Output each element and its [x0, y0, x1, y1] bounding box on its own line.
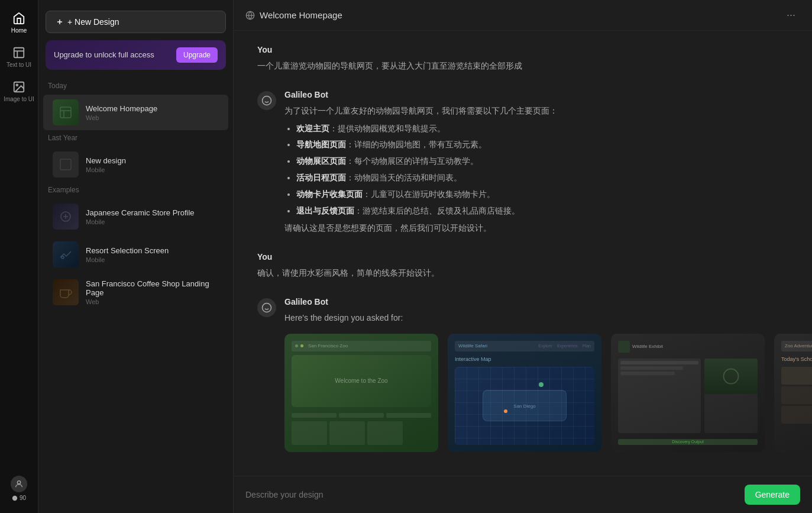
- bot-content-1: Galileo Bot 为了设计一个儿童友好的动物园导航网页，我们将需要以下几个…: [284, 90, 788, 235]
- project-info-welcome: Welcome Homepage Web: [86, 104, 219, 121]
- header-page-title: Welcome Homepage: [260, 10, 342, 20]
- project-thumb-new: [53, 151, 79, 178]
- project-info-new-design: New design Mobile: [86, 156, 219, 173]
- project-info-coffee: San Francisco Coffee Shop Landing Page W…: [86, 279, 219, 305]
- design-card-4[interactable]: Zoo Adventures Explore Today's Scho...: [774, 334, 812, 452]
- upgrade-button[interactable]: Upgrade: [176, 47, 218, 63]
- project-type-new-design: Mobile: [86, 166, 219, 173]
- home-icon: [12, 12, 25, 25]
- sidebar-item-image-to-ui[interactable]: Image to UI: [0, 75, 38, 109]
- project-type-welcome: Web: [86, 114, 219, 121]
- bot-text-2: Here's the design you asked for:: [284, 311, 812, 325]
- design-card-2[interactable]: Wildlife Safari ExploreExperiencePlan In…: [448, 334, 601, 452]
- upgrade-text: Upgrade to unlock full access: [54, 50, 154, 60]
- project-name-new-design: New design: [86, 156, 219, 165]
- bot-message-1: Galileo Bot 为了设计一个儿童友好的动物园导航网页，我们将需要以下几个…: [257, 90, 788, 235]
- plus-icon: [56, 18, 64, 26]
- project-thumb-welcome: [53, 99, 79, 125]
- upgrade-banner: Upgrade to unlock full access Upgrade: [46, 40, 226, 70]
- project-thumb-coffee: [53, 279, 79, 305]
- main-content: Welcome Homepage ··· You 一个儿童游览动物园的导航网页，…: [234, 0, 812, 513]
- new-design-button[interactable]: + New Design: [46, 11, 226, 33]
- avatar[interactable]: [11, 476, 27, 492]
- user-message-2: You 确认，请使用水彩画风格，简单的线条开始设计。: [257, 252, 788, 280]
- bot-avatar-2: [257, 298, 276, 317]
- user-text-1: 一个儿童游览动物园的导航网页，要从进入大门直至游览结束的全部形成: [257, 59, 788, 73]
- more-options-button[interactable]: ···: [782, 7, 800, 24]
- image-to-ui-icon: [12, 80, 25, 93]
- project-name-coffee: San Francisco Coffee Shop Landing Page: [86, 279, 219, 297]
- bot-icon-1: [261, 95, 272, 106]
- bot-content-2: Galileo Bot Here's the design you asked …: [284, 297, 812, 454]
- image-to-ui-label: Image to UI: [4, 96, 34, 103]
- user-sender-1: You: [257, 45, 788, 54]
- svg-rect-10: [60, 159, 71, 170]
- svg-point-4: [16, 84, 18, 86]
- bot-icon-2: [261, 302, 272, 313]
- new-design-label: + New Design: [67, 17, 119, 27]
- credits-count: 90: [20, 495, 26, 501]
- user-sender-2: You: [257, 252, 788, 262]
- svg-point-12: [62, 256, 64, 259]
- today-section-label: Today: [38, 79, 233, 93]
- globe-icon: [245, 11, 255, 20]
- project-item-resort[interactable]: Resort Selection Screen Mobile: [43, 237, 228, 272]
- project-item-welcome-homepage[interactable]: Welcome Homepage Web: [43, 95, 228, 130]
- sidebar-item-home[interactable]: Home: [0, 6, 38, 40]
- project-name-japanese: Japanese Ceramic Store Profile: [86, 208, 219, 217]
- bot-message-2: Galileo Bot Here's the design you asked …: [257, 297, 788, 454]
- project-item-new-design[interactable]: New design Mobile: [43, 147, 228, 182]
- credits-badge: 90: [12, 495, 26, 501]
- main-header: Welcome Homepage ···: [234, 0, 812, 31]
- project-type-coffee: Web: [86, 298, 219, 305]
- header-title: Welcome Homepage: [245, 10, 342, 20]
- project-info-resort: Resort Selection Screen Mobile: [86, 246, 219, 263]
- design-card-1[interactable]: San Francisco Zoo Welcome to the Zoo: [284, 334, 438, 452]
- project-type-resort: Mobile: [86, 256, 219, 263]
- user-message-1: You 一个儿童游览动物园的导航网页，要从进入大门直至游览结束的全部形成: [257, 45, 788, 73]
- examples-section-label: Examples: [38, 183, 233, 198]
- design-card-3[interactable]: Wildlife Exhibit: [611, 334, 765, 452]
- bot-text-1: 为了设计一个儿童友好的动物园导航网页，我们将需要以下几个主要页面： 欢迎主页：提…: [284, 104, 788, 235]
- project-thumb-resort: [53, 241, 79, 267]
- input-area: Generate: [234, 476, 812, 513]
- bot-name-2: Galileo Bot: [284, 297, 812, 306]
- project-name-resort: Resort Selection Screen: [86, 246, 219, 255]
- generate-button[interactable]: Generate: [745, 485, 800, 505]
- home-label: Home: [11, 27, 27, 34]
- project-type-japanese: Mobile: [86, 218, 219, 225]
- text-to-ui-icon: [12, 46, 25, 59]
- bot-name-1: Galileo Bot: [284, 90, 788, 99]
- svg-rect-0: [14, 48, 24, 58]
- bot-avatar-1: [257, 91, 276, 110]
- chat-area: You 一个儿童游览动物园的导航网页，要从进入大门直至游览结束的全部形成 Gal…: [234, 31, 812, 476]
- icon-bar-bottom: 90: [7, 470, 31, 507]
- svg-point-5: [17, 481, 20, 484]
- project-thumb-japanese: [53, 204, 79, 230]
- project-item-coffee[interactable]: San Francisco Coffee Shop Landing Page W…: [43, 275, 228, 310]
- svg-rect-9: [60, 107, 71, 118]
- project-name-welcome: Welcome Homepage: [86, 104, 219, 113]
- icon-bar: Home Text to UI Image to UI 90: [0, 0, 38, 513]
- sidebar-item-text-to-ui[interactable]: Text to UI: [0, 40, 38, 75]
- last-year-section-label: Last Year: [38, 131, 233, 146]
- project-item-japanese[interactable]: Japanese Ceramic Store Profile Mobile: [43, 199, 228, 234]
- design-input[interactable]: [245, 490, 737, 499]
- project-info-japanese: Japanese Ceramic Store Profile Mobile: [86, 208, 219, 225]
- svg-point-6: [12, 495, 17, 500]
- design-cards-container: San Francisco Zoo Welcome to the Zoo: [284, 334, 812, 454]
- text-to-ui-label: Text to UI: [7, 62, 31, 69]
- sidebar: + New Design Upgrade to unlock full acce…: [38, 0, 234, 513]
- user-text-2: 确认，请使用水彩画风格，简单的线条开始设计。: [257, 266, 788, 280]
